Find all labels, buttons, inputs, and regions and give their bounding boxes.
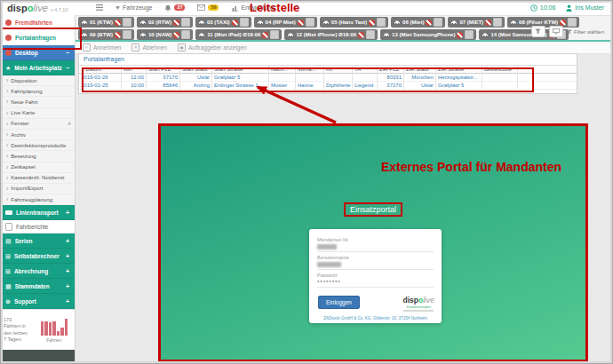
vehicle-button[interactable]: 05 (Hans Taxi) <box>320 17 388 28</box>
sidebar-subitem[interactable]: › Kassenärztl. Notdienst <box>0 173 75 184</box>
messages-button[interactable]: 59 <box>197 4 219 12</box>
column-header-start-stadt[interactable]: Start Stadt <box>180 66 212 74</box>
vehicle-status-box[interactable] <box>240 18 249 27</box>
vehicle-button[interactable]: 09 (BTW) <box>78 29 134 40</box>
show-client-action[interactable]: ◉ Auftraggeber anzeigen <box>178 44 247 51</box>
sidebar-subitem[interactable]: › Desinfektionsprotokolle <box>0 140 75 151</box>
group-icon: ▤ <box>5 238 12 244</box>
vehicle-button[interactable]: 06 (Miet) <box>391 17 445 28</box>
menu-button[interactable] <box>96 4 103 11</box>
cell-bestellcode <box>482 82 518 90</box>
vehicle-button[interactable]: 13 (Miet SamsungPhone) <box>380 29 476 40</box>
card-footer-link[interactable]: ZADtools GmbH & Co. KG, Ottilienstr. 10,… <box>309 316 442 320</box>
sidebar-item-portalanfragen[interactable]: Portalanfragen <box>0 30 75 45</box>
sidebar-section-arbeitsplatz[interactable]: ★ Mein Arbeitsplatz − <box>0 60 75 75</box>
login-button[interactable]: Einloggen <box>318 296 360 309</box>
collapse-toggle[interactable]: − <box>66 65 69 71</box>
vehicle-button[interactable]: 03 (TAXI) <box>195 17 251 28</box>
sidebar-item-fahrberichte[interactable]: Fahrberichte <box>0 220 75 233</box>
column-header-von[interactable]: von <box>122 66 147 74</box>
sidebar-section-desktop[interactable]: Desktop − <box>0 45 75 60</box>
sidebar-group[interactable]: ▤ Serien + <box>0 233 75 249</box>
vehicle-status-box[interactable] <box>377 18 386 27</box>
column-header-ziel-strasse[interactable]: Ziel Straße <box>436 66 482 74</box>
filter-button[interactable] <box>531 26 545 37</box>
vehicle-label: 03 (TAXI) <box>207 20 230 25</box>
vehicle-button[interactable]: 07 (MIET) <box>448 17 505 28</box>
sidebar-group[interactable]: ⊕ Support + <box>0 294 75 309</box>
expand-toggle[interactable]: + <box>66 238 69 244</box>
sidebar-subitem[interactable]: › Neue Fahrt <box>0 97 75 107</box>
fremdfahrten-badge-icon <box>5 20 12 26</box>
expand-toggle[interactable]: + <box>66 210 69 216</box>
benutzername-field[interactable] <box>317 260 434 270</box>
table-row[interactable]: 2019-01-26 12:00 37170 Uslar Grafplatz 5… <box>79 74 577 82</box>
accept-action[interactable]: ✓ Annehmen <box>83 44 121 51</box>
vehicle-label: 01 (KTW) <box>90 20 113 25</box>
fahrzeuge-dropdown[interactable]: Fahrzeuge <box>115 4 152 11</box>
mandant-field[interactable] <box>317 242 434 252</box>
vehicle-status-box[interactable] <box>306 18 314 27</box>
subitem-label: Disposition <box>11 78 36 83</box>
vehicle-button[interactable]: 04 (RP Miet) <box>254 17 317 28</box>
collapse-toggle[interactable]: − <box>66 50 69 56</box>
column-header-datum[interactable]: ▼Datum <box>79 66 122 74</box>
expand-toggle[interactable]: + <box>66 268 69 274</box>
vehicle-status-box[interactable] <box>434 18 442 27</box>
filter-select[interactable]: Filter wählen <box>567 29 604 35</box>
column-header-start-strasse[interactable]: Start Straße <box>212 66 269 74</box>
column-header-inf[interactable]: Inf. <box>324 66 353 74</box>
table-row[interactable]: 2019-01-25 10:00 85646 Anzing Erdinger S… <box>79 82 577 90</box>
user-menu[interactable]: Iris Muster <box>566 4 604 12</box>
column-header-start-plz[interactable]: Start PLZ <box>147 66 180 74</box>
column-header-ziel-plz[interactable]: Ziel PLZ <box>378 66 404 74</box>
passwort-field[interactable]: ******** <box>317 278 434 288</box>
column-header-bestellcode[interactable]: Bestellcode <box>482 66 518 74</box>
vehicle-button[interactable]: 11 (Miet iPad) Ø18:00 <box>195 29 282 40</box>
sidebar-subitem[interactable]: › Fahrzeugplanung <box>0 194 75 205</box>
column-header-nachname[interactable]: Nach... <box>269 66 296 74</box>
vehicle-status-box[interactable] <box>493 18 502 27</box>
car-icon <box>482 32 489 37</box>
vehicle-label: 04 (RP Miet) <box>266 20 296 25</box>
card-logo: dispolive Krankentransport <box>403 291 434 313</box>
vehicle-button[interactable]: 02 (RTW) <box>137 17 193 28</box>
sidebar-item-fremdfahrten[interactable]: Fremdfahrten <box>0 15 75 30</box>
vehicle-button[interactable]: 12 (Miet iPhone) Ø18:00 <box>284 29 378 40</box>
vehicle-status-box[interactable] <box>366 30 375 39</box>
sidebar-group[interactable]: ▦ Stammdaten + <box>0 279 75 294</box>
column-header-vorname[interactable]: Vorna... <box>296 66 324 74</box>
expand-toggle[interactable]: + <box>66 298 69 305</box>
car-icon <box>322 20 330 25</box>
vehicle-status-box[interactable] <box>465 30 474 39</box>
vehicle-status-box[interactable] <box>181 18 190 27</box>
vehicle-button[interactable]: 10 (NAW) <box>137 29 193 40</box>
expand-toggle[interactable]: + <box>66 283 69 289</box>
column-header-ta[interactable]: TA <box>353 66 378 74</box>
vehicle-status-box[interactable] <box>123 18 131 27</box>
sidebar-subitem[interactable]: › Disposition <box>0 75 75 86</box>
sidebar-section-linientransport[interactable]: Linientransport + <box>0 205 75 220</box>
monitor-button[interactable] <box>549 26 563 37</box>
sidebar-subitem[interactable]: › Besetzung <box>0 151 75 162</box>
decline-action[interactable]: ✕ Ablehnen <box>131 44 166 51</box>
car-icon <box>257 20 264 25</box>
sidebar-group[interactable]: ⊞ Abrechnung + <box>0 264 75 279</box>
expand-toggle[interactable]: + <box>66 253 69 259</box>
vehicle-status-box[interactable] <box>270 30 279 39</box>
sidebar-subitem[interactable]: › Import/Export <box>0 184 75 194</box>
sidebar-group[interactable]: ⊞ Selbstabrechner + <box>0 249 75 264</box>
subitem-label: Neue Fahrt <box>11 99 37 105</box>
sidebar-subitem[interactable]: › Fenster + <box>0 119 75 130</box>
sidebar-subitem[interactable]: › Archiv <box>0 130 75 140</box>
monitor-icon <box>553 28 560 35</box>
sidebar-subitem[interactable]: › Live Karte <box>0 108 75 119</box>
vehicle-button[interactable]: 01 (KTW) <box>78 17 134 28</box>
sidebar-subitem[interactable]: › Zeitkapsel <box>0 162 75 173</box>
sidebar-subitem[interactable]: › Fahrtplanung <box>0 86 75 97</box>
notifications-button[interactable]: 27 <box>164 4 185 12</box>
vehicle-status-box[interactable] <box>181 30 190 39</box>
sidebar-groups: ▤ Serien + ⊞ Selbstabrechner + ⊞ Abrechn… <box>0 233 75 309</box>
column-header-ziel-stadt[interactable]: Ziel Stadt <box>404 66 436 74</box>
vehicle-status-box[interactable] <box>123 30 131 39</box>
